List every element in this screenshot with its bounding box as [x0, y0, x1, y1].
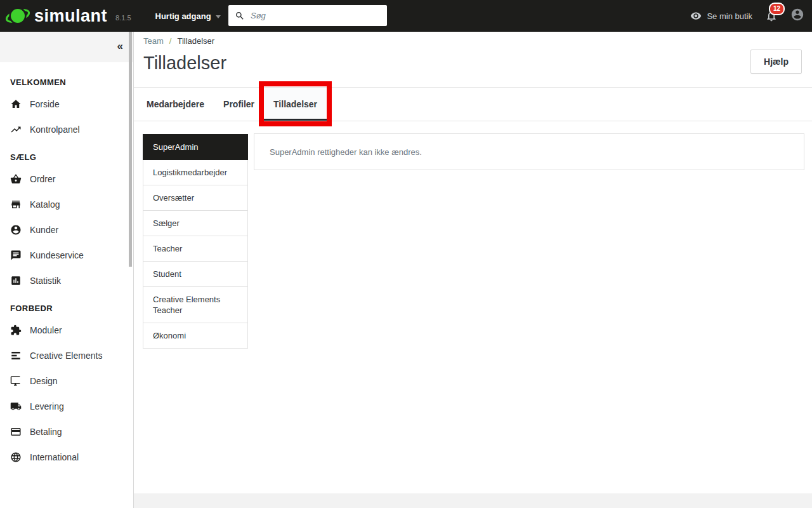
sidebar-collapse-bar: « [0, 32, 133, 62]
permissions-panel: SuperAdmin rettigheder kan ikke ændres. [254, 133, 804, 170]
sidebar-item-label: Forside [30, 99, 60, 109]
role-item-student[interactable]: Student [143, 262, 248, 287]
chat-icon [10, 250, 22, 261]
sidebar-item-creative-elements[interactable]: Creative Elements [0, 343, 133, 368]
sidebar-item-katalog[interactable]: Katalog [0, 192, 133, 217]
sidebar-item-moduler[interactable]: Moduler [0, 318, 133, 343]
global-search [228, 5, 387, 26]
trending-up-icon [10, 124, 22, 135]
role-item-superadmin[interactable]: SuperAdmin [143, 134, 248, 160]
nav-section-header-forbedr: FORBEDR [0, 304, 133, 318]
basket-icon [10, 173, 22, 185]
tab-profiler[interactable]: Profiler [214, 88, 264, 121]
help-button[interactable]: Hjælp [750, 50, 802, 74]
tab-label: Medarbejdere [147, 99, 204, 109]
breadcrumb: Team / Tilladelser [143, 36, 214, 46]
sidebar-item-label: Statistik [30, 276, 61, 286]
main-content: Team / Tilladelser Tilladelser Hjælp Med… [134, 32, 812, 508]
notifications-button[interactable]: 12 [765, 10, 778, 25]
search-icon [235, 11, 245, 21]
breadcrumb-team[interactable]: Team [143, 36, 164, 46]
nav-section-header-velkommen: VELKOMMEN [0, 77, 133, 91]
sidebar-item-label: Betaling [30, 427, 62, 437]
sidebar-item-label: Levering [30, 401, 64, 411]
sidebar-item-statistik[interactable]: Statistik [0, 268, 133, 293]
role-item-teacher[interactable]: Teacher [143, 236, 248, 262]
sidebar-item-international[interactable]: International [0, 444, 133, 470]
role-item-økonomi[interactable]: Økonomi [143, 323, 248, 349]
notification-badge: 12 [769, 3, 785, 15]
footer-strip [134, 493, 812, 508]
quick-access-dropdown[interactable]: Hurtig adgang [155, 11, 221, 21]
tab-label: Tilladelser [273, 99, 317, 109]
sidebar-nav: VELKOMMENForsideKontrolpanelSÆLGOrdrerKa… [0, 62, 133, 470]
breadcrumb-current: Tilladelser [177, 36, 214, 46]
sidebar-scrollbar-thumb[interactable] [129, 32, 132, 267]
role-item-oversætter[interactable]: Oversætter [143, 185, 248, 211]
page-title: Tilladelser [143, 53, 226, 74]
home-icon [10, 98, 22, 110]
sidebar-item-label: Design [30, 376, 58, 386]
person-circle-icon [10, 224, 22, 236]
view-shop-link[interactable]: Se min butik [690, 10, 752, 22]
role-item-logistikmedarbejder[interactable]: Logistikmedarbejder [143, 160, 248, 185]
permission-message: SuperAdmin rettigheder kan ikke ændres. [270, 147, 422, 157]
breadcrumb-separator: / [169, 36, 172, 46]
credit-card-icon [10, 426, 22, 438]
sidebar-item-label: Katalog [30, 199, 60, 210]
topbar-right: Se min butik 12 [690, 0, 804, 32]
sidebar-item-kontrolpanel[interactable]: Kontrolpanel [0, 117, 133, 142]
profile-button[interactable] [790, 8, 804, 24]
search-input[interactable] [251, 11, 377, 20]
collapse-sidebar-button[interactable]: « [117, 39, 123, 54]
quick-access-label: Hurtig adgang [155, 11, 211, 21]
sidebar-item-ordrer[interactable]: Ordrer [0, 166, 133, 192]
sidebar-item-label: Kunder [30, 225, 58, 235]
sidebar-item-label: Creative Elements [30, 351, 102, 361]
creative-elements-icon [10, 350, 22, 361]
sidebar-item-betaling[interactable]: Betaling [0, 419, 133, 444]
sidebar-item-label: Kontrolpanel [30, 124, 80, 135]
sidebar-item-kundeservice[interactable]: Kundeservice [0, 243, 133, 268]
role-item-sælger[interactable]: Sælger [143, 211, 248, 236]
truck-icon [10, 401, 22, 412]
top-bar: simulant 8.1.5 Hurtig adgang Se min buti… [0, 0, 812, 32]
view-shop-label: Se min butik [707, 11, 752, 21]
tab-tilladelser[interactable]: Tilladelser [264, 88, 327, 121]
brand-name: simulant [34, 6, 107, 26]
roles-list: SuperAdminLogistikmedarbejderOversætterS… [143, 134, 248, 349]
tab-bar: MedarbejdereProfilerTilladelser [134, 87, 812, 121]
puzzle-icon [10, 324, 22, 336]
role-item-creative-elements-teacher[interactable]: Creative Elements Teacher [143, 287, 248, 323]
brand-planet-icon [5, 3, 30, 29]
monitor-icon [10, 375, 22, 387]
sidebar-item-label: Kundeservice [30, 250, 84, 260]
person-icon [790, 8, 804, 22]
sidebar: « VELKOMMENForsideKontrolpanelSÆLGOrdrer… [0, 32, 134, 508]
chevron-down-icon [216, 15, 221, 18]
sidebar-item-label: Moduler [30, 325, 62, 335]
sidebar-item-kunder[interactable]: Kunder [0, 217, 133, 243]
sidebar-item-label: Ordrer [30, 174, 55, 184]
sidebar-item-design[interactable]: Design [0, 368, 133, 394]
sidebar-item-levering[interactable]: Levering [0, 394, 133, 419]
eye-icon [690, 10, 702, 22]
bar-chart-icon [10, 275, 22, 286]
sidebar-item-forside[interactable]: Forside [0, 91, 133, 117]
nav-section-header-sælg: SÆLG [0, 152, 133, 166]
tab-medarbejdere[interactable]: Medarbejdere [137, 88, 214, 121]
sidebar-item-label: International [30, 452, 79, 462]
globe-icon [10, 451, 22, 463]
tab-label: Profiler [223, 99, 254, 109]
store-icon [10, 199, 22, 210]
brand[interactable]: simulant 8.1.5 [5, 3, 131, 29]
version-label: 8.1.5 [115, 14, 131, 22]
